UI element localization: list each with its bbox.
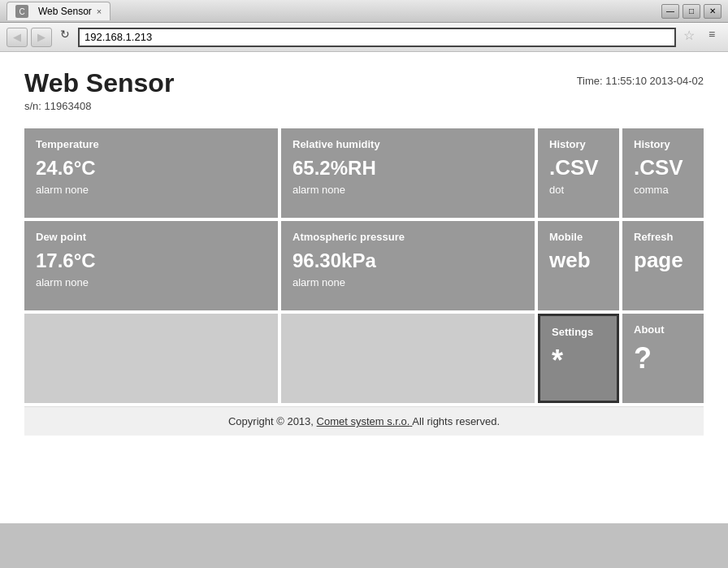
- title-bar: C Web Sensor × — □ ✕: [0, 0, 728, 23]
- settings-label: Settings: [552, 326, 605, 338]
- back-button[interactable]: ◀: [6, 28, 28, 47]
- refresh-page-value: page: [634, 248, 692, 273]
- sensor-grid: Temperature 24.6°C alarm none Relative h…: [24, 128, 704, 403]
- mobile-label: Mobile: [549, 231, 608, 243]
- humidity-cell: Relative humidity 65.2%RH alarm none: [281, 128, 535, 218]
- close-tab-button[interactable]: ×: [97, 7, 102, 16]
- history-comma-sub: comma: [634, 184, 692, 196]
- footer-link-text: Comet system s.r.o.: [317, 415, 410, 427]
- humidity-label: Relative humidity: [292, 138, 523, 150]
- about-cell[interactable]: About ?: [622, 314, 704, 403]
- history-comma-value: .CSV: [634, 155, 692, 180]
- temperature-alarm: alarm none: [36, 184, 266, 196]
- history-comma-cell[interactable]: History .CSV comma: [622, 128, 704, 218]
- page-title-block: Web Sensor s/n: 11963408: [24, 68, 174, 112]
- footer-link[interactable]: Comet system s.r.o.: [317, 415, 413, 427]
- humidity-alarm: alarm none: [292, 184, 523, 196]
- footer: Copyright © 2013, Comet system s.r.o. Al…: [24, 406, 704, 436]
- about-label: About: [634, 323, 692, 336]
- browser-menu-icon[interactable]: ≡: [702, 28, 722, 47]
- empty-cell-1: [24, 314, 278, 403]
- dewpoint-value: 17.6°C: [36, 249, 266, 273]
- refresh-button[interactable]: ↻: [55, 28, 75, 47]
- pressure-label: Atmospheric pressure: [292, 231, 523, 243]
- settings-value: *: [552, 343, 605, 378]
- empty-cell-2: [281, 314, 535, 403]
- dewpoint-cell: Dew point 17.6°C alarm none: [24, 221, 278, 310]
- history-dot-sub: dot: [549, 184, 608, 196]
- window-controls: — □ ✕: [661, 4, 722, 19]
- page-time: Time: 11:55:10 2013-04-02: [577, 75, 704, 87]
- pressure-cell: Atmospheric pressure 96.30kPa alarm none: [281, 221, 535, 310]
- page: Web Sensor s/n: 11963408 Time: 11:55:10 …: [0, 52, 728, 523]
- nav-bar: ◀ ▶ ↻ ☆ ≡: [0, 23, 728, 52]
- history-dot-label: History: [549, 138, 608, 150]
- footer-text: Copyright © 2013,: [228, 415, 314, 427]
- temperature-value: 24.6°C: [36, 157, 266, 180]
- settings-cell[interactable]: Settings *: [538, 314, 619, 403]
- history-dot-value: .CSV: [549, 155, 608, 180]
- about-value: ?: [634, 340, 692, 375]
- minimize-button[interactable]: —: [661, 4, 679, 19]
- page-serial: s/n: 11963408: [24, 100, 174, 112]
- mobile-cell[interactable]: Mobile web: [538, 221, 619, 310]
- history-comma-label: History: [634, 138, 692, 150]
- page-title: Web Sensor: [24, 68, 174, 98]
- dewpoint-alarm: alarm none: [36, 276, 266, 288]
- temperature-cell: Temperature 24.6°C alarm none: [24, 128, 278, 218]
- tab-icon: C: [15, 5, 28, 18]
- browser-tab[interactable]: C Web Sensor ×: [6, 2, 110, 20]
- pressure-value: 96.30kPa: [292, 249, 523, 273]
- close-window-button[interactable]: ✕: [704, 4, 722, 19]
- refresh-page-label: Refresh: [634, 231, 692, 243]
- refresh-page-cell[interactable]: Refresh page: [622, 221, 704, 310]
- dewpoint-label: Dew point: [36, 231, 266, 243]
- mobile-value: web: [549, 248, 608, 273]
- bookmark-star-icon[interactable]: ☆: [679, 28, 699, 47]
- tab-label: Web Sensor: [38, 6, 92, 17]
- forward-button[interactable]: ▶: [31, 28, 52, 47]
- temperature-label: Temperature: [36, 138, 266, 150]
- content-area: Web Sensor s/n: 11963408 Time: 11:55:10 …: [0, 52, 728, 523]
- humidity-value: 65.2%RH: [292, 157, 523, 180]
- history-dot-cell[interactable]: History .CSV dot: [538, 128, 619, 218]
- address-bar[interactable]: [78, 28, 676, 47]
- page-header: Web Sensor s/n: 11963408 Time: 11:55:10 …: [24, 68, 704, 112]
- maximize-button[interactable]: □: [682, 4, 700, 19]
- footer-text2: All rights reserved.: [412, 415, 500, 427]
- pressure-alarm: alarm none: [292, 276, 523, 288]
